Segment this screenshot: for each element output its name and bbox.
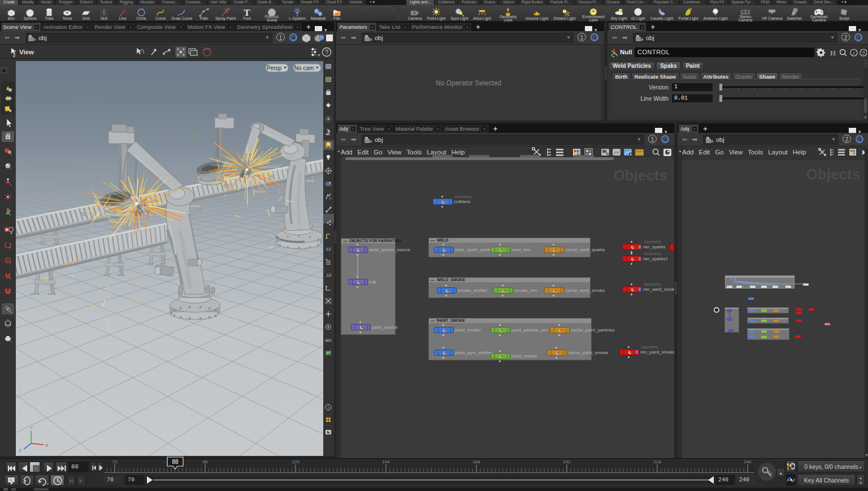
svg-text:Persp: Persp [267, 65, 282, 71]
svg-text:Curve: Curve [155, 16, 166, 20]
svg-text:,12: ,12 [325, 273, 332, 278]
svg-text:i: i [328, 405, 329, 410]
svg-text:Y: Y [30, 425, 33, 430]
svg-text:Caustic Light: Caustic Light [650, 16, 674, 21]
svg-text:VR Camera: VR Camera [762, 16, 783, 20]
svg-text:X: X [45, 443, 49, 448]
svg-text:Script: Script [839, 16, 849, 21]
svg-text:Portal Light: Portal Light [678, 16, 698, 21]
svg-text:Ambient Light: Ambient Light [704, 16, 728, 21]
svg-text:H: H [830, 49, 836, 57]
svg-text:Sphere: Sphere [24, 16, 37, 21]
svg-text:?: ? [325, 49, 328, 55]
svg-text:72: 72 [112, 459, 118, 464]
svg-text:120: 120 [292, 459, 300, 464]
svg-text:File: File [333, 16, 340, 20]
svg-text:T: T [244, 7, 250, 18]
svg-text:Switcher: Switcher [787, 16, 803, 20]
svg-text:?: ? [862, 50, 865, 56]
svg-text:No cam: No cam [294, 65, 314, 71]
svg-text:Volume Light: Volume Light [526, 16, 549, 21]
svg-text:Path: Path [200, 16, 209, 20]
svg-text:Distant Light: Distant Light [554, 16, 576, 21]
svg-text:View: View [19, 49, 34, 55]
svg-text:Torus: Torus [62, 16, 72, 20]
svg-text:i: i [853, 50, 855, 56]
svg-text:Line: Line [119, 16, 126, 20]
svg-text:240: 240 [744, 459, 752, 464]
svg-text:88: 88 [172, 459, 179, 465]
svg-text:Area Light: Area Light [473, 16, 491, 21]
svg-text:Grid: Grid [82, 16, 89, 20]
svg-text:Camera: Camera [408, 16, 422, 20]
svg-text:Spot Light: Spot Light [450, 16, 468, 21]
svg-text:216: 216 [653, 459, 661, 464]
svg-text:GI Light: GI Light [631, 16, 645, 21]
svg-text:L-System: L-System [289, 16, 306, 21]
svg-text:Z: Z [19, 448, 21, 453]
svg-text:192: 192 [563, 459, 571, 464]
svg-text:Null: Null [101, 16, 108, 20]
svg-text:Tube: Tube [45, 16, 54, 20]
svg-text:Sky Light: Sky Light [611, 16, 627, 21]
svg-text:Point Light: Point Light [427, 16, 445, 21]
svg-text:Draw Curve: Draw Curve [172, 16, 193, 20]
svg-text:168: 168 [472, 459, 480, 464]
svg-text:96: 96 [203, 459, 208, 464]
svg-text:12: 12 [326, 247, 331, 252]
svg-text:Circle: Circle [136, 16, 146, 20]
svg-text:144: 144 [382, 459, 390, 464]
svg-text:Metaball: Metaball [311, 16, 326, 20]
svg-text:abc: abc [325, 338, 332, 342]
svg-text:Box: Box [8, 16, 15, 20]
svg-text:Spray Paint: Spray Paint [215, 16, 236, 21]
